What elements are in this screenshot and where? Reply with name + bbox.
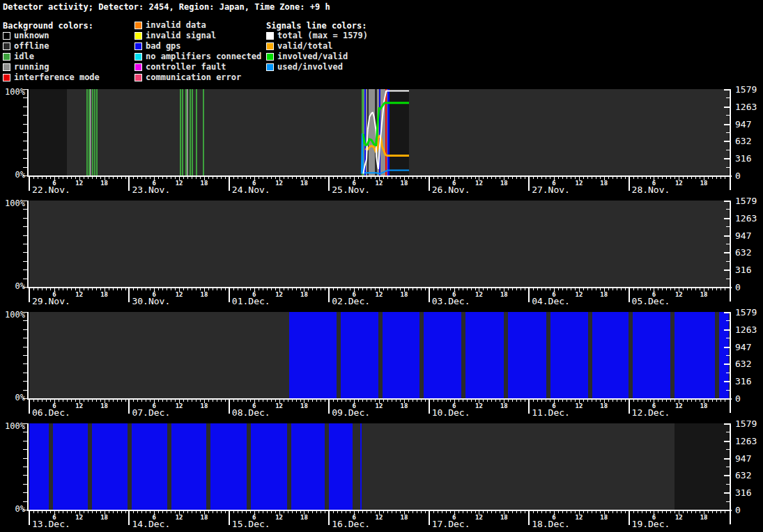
hour-tick xyxy=(109,176,109,179)
hour-tick xyxy=(150,399,151,402)
hour-tick xyxy=(495,176,496,179)
right-axis-minor-tick xyxy=(726,97,730,98)
hour-label: 12 xyxy=(471,403,486,409)
right-axis-major-tick xyxy=(724,363,730,365)
hour-tick xyxy=(625,510,626,513)
hour-tick xyxy=(358,399,359,402)
right-axis-major-tick xyxy=(724,235,730,237)
hour-tick xyxy=(638,510,638,513)
hour-tick xyxy=(171,176,171,179)
hour-tick xyxy=(516,288,517,290)
hour-tick xyxy=(316,510,317,513)
hour-tick xyxy=(670,176,671,179)
hour-tick xyxy=(475,288,476,290)
left-y-axis xyxy=(27,423,29,510)
hour-tick xyxy=(467,288,468,290)
hour-tick xyxy=(638,288,638,290)
hour-tick xyxy=(646,288,647,290)
status-line-offline xyxy=(588,312,592,398)
hour-tick xyxy=(475,176,476,179)
hour-label: 12 xyxy=(72,292,87,298)
hour-label: 12 xyxy=(571,292,587,298)
day-tick xyxy=(29,510,30,525)
hour-label: 18 xyxy=(97,515,112,521)
hour-tick xyxy=(400,288,401,290)
hour-label: 12 xyxy=(171,292,187,298)
hour-tick xyxy=(337,399,338,402)
day-tick xyxy=(629,176,630,191)
status-line-offline xyxy=(167,423,171,510)
hour-tick xyxy=(259,399,259,402)
hour-tick xyxy=(137,399,138,402)
hour-label: 6 xyxy=(346,292,362,298)
hour-tick xyxy=(666,288,667,290)
hour-tick xyxy=(413,399,413,402)
segment-unknown xyxy=(675,423,729,510)
hour-tick xyxy=(362,176,363,179)
hour-tick xyxy=(442,176,442,179)
hour-tick xyxy=(541,510,542,513)
hour-tick xyxy=(75,288,76,290)
segment-offline xyxy=(353,423,675,510)
right-axis-major-tick xyxy=(724,510,730,511)
left-axis-tick xyxy=(23,363,27,364)
hour-tick xyxy=(458,510,459,513)
hour-label: 12 xyxy=(671,403,686,409)
day-tick xyxy=(229,288,230,302)
hour-tick xyxy=(50,399,51,402)
hour-tick xyxy=(308,288,309,290)
legend-label-offline: offline xyxy=(14,42,49,51)
hour-tick xyxy=(367,510,367,513)
hour-tick xyxy=(516,399,517,402)
hour-label: 12 xyxy=(571,180,587,187)
hour-tick xyxy=(546,288,546,290)
hour-tick xyxy=(133,288,134,290)
hour-tick xyxy=(716,399,717,402)
hour-tick xyxy=(375,510,376,513)
right-y-axis xyxy=(730,89,731,190)
legend-label-unknown: unknown xyxy=(14,31,49,40)
left-y-axis xyxy=(27,312,29,398)
hour-tick xyxy=(183,176,184,179)
hour-tick xyxy=(346,510,346,513)
right-axis-minor-tick xyxy=(726,244,730,244)
hour-tick xyxy=(700,510,700,513)
hour-tick xyxy=(666,176,667,179)
hour-tick xyxy=(512,176,513,179)
hour-tick xyxy=(88,176,88,179)
hour-tick xyxy=(71,510,72,513)
hour-tick xyxy=(646,399,647,402)
hour-tick xyxy=(650,176,651,179)
hour-tick xyxy=(312,510,313,513)
status-line-offline xyxy=(337,312,341,398)
hour-tick xyxy=(84,510,84,513)
hour-tick xyxy=(662,399,663,402)
hour-tick xyxy=(117,288,118,290)
hour-label: 18 xyxy=(396,403,412,409)
hour-tick xyxy=(208,399,209,402)
hour-tick xyxy=(567,288,567,290)
right-axis-major-tick xyxy=(724,89,730,91)
hour-tick xyxy=(537,288,538,290)
hour-tick xyxy=(612,510,613,513)
hour-label: 6 xyxy=(546,515,562,521)
day-tick xyxy=(229,176,230,191)
hour-tick xyxy=(608,510,609,513)
hour-tick xyxy=(562,399,563,402)
left-axis-tick xyxy=(23,423,27,424)
hour-tick xyxy=(296,176,297,179)
detector-activity-page: { "title": "Detector activity; Detector:… xyxy=(0,0,763,532)
hour-tick xyxy=(525,510,525,513)
hour-tick xyxy=(675,510,675,513)
hour-tick xyxy=(200,510,201,513)
status-line-offline xyxy=(419,312,424,398)
hour-tick xyxy=(442,288,442,290)
hour-tick xyxy=(691,399,692,402)
right-axis-label: 1579 xyxy=(735,85,757,94)
hour-tick xyxy=(475,510,476,513)
hour-tick xyxy=(183,510,184,513)
hour-tick xyxy=(113,399,114,402)
hour-label: 6 xyxy=(546,292,562,298)
hour-tick xyxy=(463,176,463,179)
hour-tick xyxy=(175,399,176,402)
